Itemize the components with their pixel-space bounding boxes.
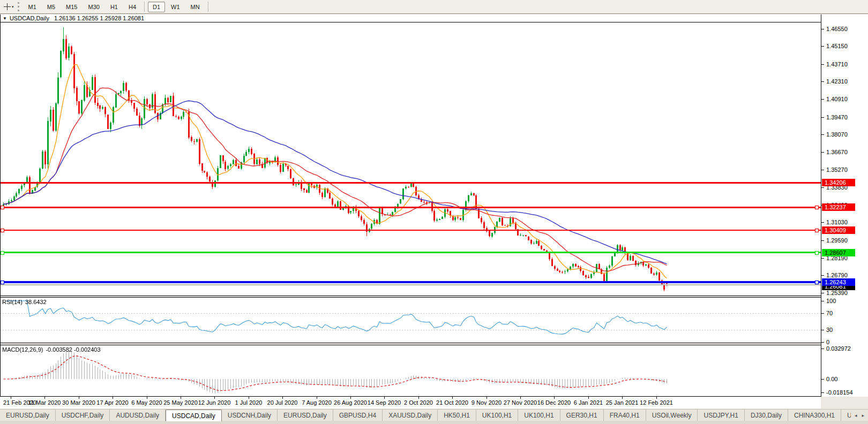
chart-tab-fra40-h1[interactable]: FRA40,H1 — [604, 410, 646, 421]
price-axis-tick — [821, 170, 824, 170]
chart-tab-dj30-daily[interactable]: DJ30,Daily — [745, 410, 788, 421]
chart-title-bar: ▼ USDCAD,Daily 1.26136 1.26255 1.25928 1… — [0, 14, 868, 22]
macd-label: MACD(12,26,9)-0.003582 -0.002403 — [2, 346, 103, 353]
price-axis-label: 1.38070 — [826, 131, 848, 138]
price-axis-tick — [821, 392, 824, 393]
date-axis-label: 2 Oct 2020 — [399, 399, 438, 406]
price-axis-label: 1.42310 — [826, 78, 848, 85]
panel-border — [0, 343, 868, 343]
collapse-caret-icon[interactable]: ▼ — [3, 16, 7, 21]
chart-tab-china300-h1[interactable]: CHINA300,H1 — [788, 410, 841, 421]
timeframe-button-m30[interactable]: M30 — [83, 2, 104, 12]
chart-tabs: EURUSD,DailyUSDCHF,DailyAUDUSD,DailyUSDC… — [0, 410, 851, 421]
macd-name: MACD(12,26,9) — [2, 346, 43, 353]
price-axis-tick — [821, 134, 824, 135]
macd-values: -0.003582 -0.002403 — [46, 346, 100, 353]
main-price-chart[interactable] — [0, 22, 821, 296]
price-axis-tick — [821, 222, 824, 223]
date-axis-tick — [113, 397, 113, 399]
chart-tab-audusd-daily[interactable]: AUDUSD,Daily — [110, 410, 166, 421]
date-axis-tick — [214, 397, 215, 399]
date-axis-tick — [520, 397, 521, 399]
date-axis[interactable]: 21 Feb 202011 Mar 202030 Mar 202017 Apr … — [0, 397, 821, 408]
date-axis-tick — [317, 397, 317, 399]
chart-tab-uk100-h1[interactable]: UK100,H1 — [518, 410, 560, 421]
date-axis-tick — [44, 397, 45, 399]
price-line-badge: 1.34206 — [822, 179, 855, 186]
timeframe-button-h1[interactable]: H1 — [106, 2, 123, 12]
price-axis-tick — [821, 293, 824, 293]
price-axis-tick — [821, 258, 824, 259]
price-axis-tick — [821, 29, 824, 29]
chart-tab-hk50-h1[interactable]: HK50,H1 — [438, 410, 476, 421]
date-axis-label: 25 Jan 2021 — [603, 399, 641, 406]
price-axis-label: 1.26790 — [826, 272, 848, 278]
panel-border — [0, 296, 868, 296]
price-axis-tick — [821, 313, 824, 314]
date-axis-label: 27 Nov 2020 — [501, 399, 540, 406]
macd-indicator-panel[interactable] — [0, 345, 821, 396]
date-axis-tick — [418, 397, 419, 399]
date-axis-label: 6 May 2020 — [128, 399, 166, 406]
chart-tab-eurusd-daily[interactable]: EURUSD,Daily — [278, 410, 333, 421]
date-axis-label: 30 Mar 2020 — [59, 399, 98, 406]
timeframe-button-group: M1M5M15M30H1H4D1W1MN — [23, 2, 211, 12]
price-line-badge: 1.30409 — [822, 226, 855, 234]
date-axis-label: 12 Feb 2021 — [637, 399, 676, 406]
timeframe-button-d1[interactable]: D1 — [148, 2, 165, 12]
chart-tab-usdjpy-h1[interactable]: USDJPY,H1 — [698, 410, 744, 421]
rsi-label: RSI(14)38.6432 — [2, 299, 49, 305]
price-axis-label: 1.25390 — [826, 290, 848, 296]
dropdown-caret-icon[interactable]: ▾ — [12, 5, 14, 9]
date-axis-label: 17 Apr 2020 — [93, 399, 132, 406]
price-axis-tick — [821, 240, 824, 241]
rsi-indicator-panel[interactable] — [0, 298, 821, 343]
date-axis-label: 14 Sep 2020 — [365, 399, 403, 406]
price-axis-label: 1.35270 — [826, 166, 848, 173]
date-axis-label: 20 Jul 2020 — [263, 399, 302, 406]
tab-scroll-left-icon[interactable]: ◂ — [853, 412, 859, 419]
chart-tab-usdcnh-daily[interactable]: USDCNH,Daily — [222, 410, 278, 421]
timeframe-button-m1[interactable]: M1 — [24, 2, 41, 12]
price-axis-label: 1.39470 — [826, 114, 848, 120]
date-axis-tick — [554, 397, 555, 399]
date-axis-label: 21 Oct 2020 — [433, 399, 472, 406]
chart-tab-xauusd-daily[interactable]: XAUUSD,Daily — [383, 410, 438, 421]
chart-tab-usdchf-daily[interactable]: USDCHF,Daily — [56, 410, 110, 421]
price-line-badge: 1.28607 — [822, 249, 855, 256]
chart-tab-uk100-h1[interactable]: UK100,H1 — [476, 410, 518, 421]
price-axis-tick — [821, 46, 824, 47]
timeframe-button-m5[interactable]: M5 — [42, 2, 60, 12]
chart-tab-ger30-h1[interactable]: GER30,H1 — [560, 410, 604, 421]
tab-scroll-right-icon[interactable]: ▸ — [860, 412, 866, 419]
timeframe-button-m15[interactable]: M15 — [61, 2, 82, 12]
price-axis-label: -0.018154 — [826, 389, 853, 396]
chart-title-symbol: USDCAD,Daily — [10, 15, 49, 21]
chart-tab-gbpusd-h4[interactable]: GBPUSD,H4 — [333, 410, 383, 421]
date-axis-tick — [147, 397, 147, 399]
price-axis-label: 1.40910 — [826, 96, 848, 102]
chart-tab-usoil-weekly[interactable]: USOil,Weekly — [646, 410, 698, 421]
chart-tab-usdcad-daily[interactable]: USDCAD,Daily — [166, 410, 222, 421]
timeframe-button-h4[interactable]: H4 — [124, 2, 141, 12]
price-axis-tick — [821, 342, 824, 343]
date-axis-tick — [487, 397, 487, 399]
toolbar-grip — [18, 2, 19, 11]
price-axis-tick — [821, 275, 824, 276]
crosshair-tool-icon[interactable] — [4, 3, 11, 10]
chart-tab-eurusd-daily[interactable]: EURUSD,Daily — [0, 410, 56, 421]
price-axis-label: 1.46550 — [826, 26, 848, 32]
timeframe-button-mn[interactable]: MN — [186, 2, 205, 12]
chart-ohlc-values: 1.26136 1.26255 1.25928 1.26081 — [54, 15, 144, 21]
chart-tab-u[interactable]: U — [841, 410, 851, 421]
chart-tab-bar: EURUSD,DailyUSDCHF,DailyAUDUSD,DailyUSDC… — [0, 409, 868, 421]
price-axis[interactable]: 1.465501.451501.437101.423101.409101.394… — [821, 14, 868, 397]
price-axis-tick — [821, 301, 824, 301]
price-axis-label: 1.45150 — [826, 43, 848, 49]
timeframe-button-w1[interactable]: W1 — [166, 2, 185, 12]
tab-scroll-buttons: ◂ ▸ — [851, 410, 868, 421]
rsi-name: RSI(14) — [2, 299, 23, 305]
price-axis-label: 0 — [826, 339, 829, 345]
price-axis-label: 100 — [826, 298, 836, 304]
date-axis-label: 12 Jun 2020 — [195, 399, 234, 406]
